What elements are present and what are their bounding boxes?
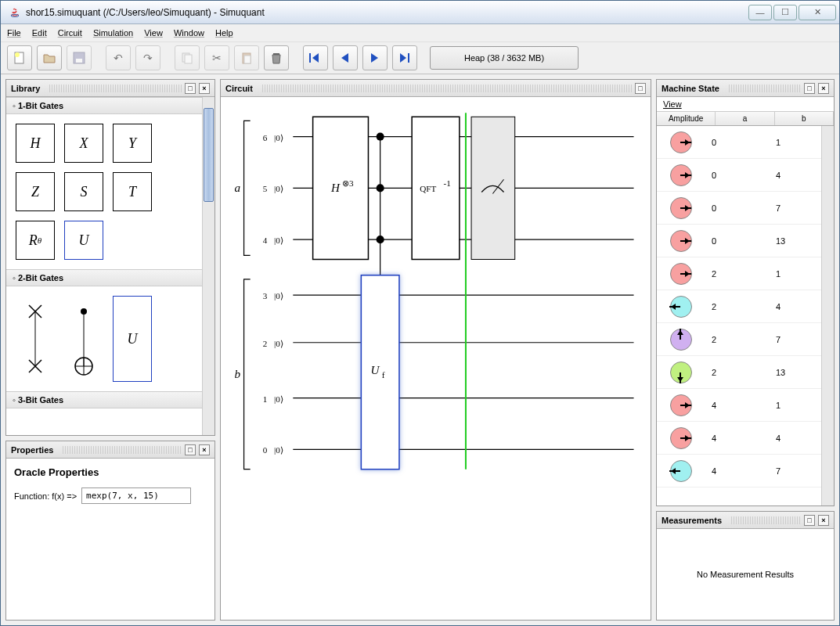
svg-text:|0⟩: |0⟩ bbox=[274, 445, 283, 455]
machine-title: Machine State bbox=[662, 84, 719, 93]
circuit-canvas[interactable]: a b 6|0⟩ 5|0⟩ 4|0⟩ 3|0⟩ 2|0⟩ 1|0⟩ 0|0⟩ H… bbox=[221, 97, 651, 620]
save-button[interactable] bbox=[67, 45, 92, 70]
menu-help[interactable]: Help bbox=[215, 28, 233, 38]
section-3bit[interactable]: ◦ 3-Bit Gates bbox=[6, 391, 202, 408]
machine-state-rows[interactable]: 010407013212427213414447 bbox=[657, 126, 834, 505]
col-amplitude[interactable]: Amplitude bbox=[657, 112, 716, 125]
menu-edit[interactable]: Edit bbox=[32, 28, 47, 38]
gate-cu[interactable]: U bbox=[113, 296, 152, 382]
heap-indicator[interactable]: Heap (38 / 3632 MB) bbox=[430, 46, 579, 70]
menu-window[interactable]: Window bbox=[174, 28, 204, 38]
paste-button[interactable] bbox=[234, 45, 259, 70]
svg-text:5: 5 bbox=[263, 184, 268, 193]
svg-point-47 bbox=[377, 236, 384, 243]
state-row[interactable]: 27 bbox=[657, 323, 834, 356]
state-row[interactable]: 07 bbox=[657, 192, 834, 225]
library-title: Library bbox=[11, 84, 40, 93]
state-row[interactable]: 213 bbox=[657, 356, 834, 389]
new-button[interactable] bbox=[7, 45, 32, 70]
menu-circuit[interactable]: Circuit bbox=[58, 28, 82, 38]
svg-text:|0⟩: |0⟩ bbox=[274, 339, 283, 348]
last-button[interactable] bbox=[392, 45, 417, 70]
svg-text:a: a bbox=[234, 181, 240, 194]
svg-text:H: H bbox=[330, 181, 341, 194]
redo-button[interactable]: ↷ bbox=[135, 45, 160, 70]
window-title: shor15.simuquant (/C:/Users/leo/Simuquan… bbox=[26, 7, 748, 18]
svg-point-14 bbox=[81, 308, 87, 315]
maximize-button[interactable]: ☐ bbox=[773, 5, 797, 20]
state-row[interactable]: 44 bbox=[657, 422, 834, 455]
state-row[interactable]: 47 bbox=[657, 455, 834, 487]
svg-text:U: U bbox=[371, 363, 380, 376]
close-button[interactable]: ✕ bbox=[799, 5, 836, 20]
gate-u[interactable]: U bbox=[64, 221, 103, 260]
svg-rect-8 bbox=[244, 56, 251, 63]
svg-rect-10 bbox=[309, 53, 311, 63]
props-max-icon[interactable]: □ bbox=[185, 444, 196, 455]
gate-s[interactable]: S bbox=[64, 172, 103, 211]
menu-view[interactable]: View bbox=[144, 28, 163, 38]
gate-r[interactable]: Rθ bbox=[16, 221, 55, 260]
gate-x[interactable]: X bbox=[64, 124, 103, 163]
machine-max-icon[interactable]: □ bbox=[804, 83, 815, 94]
meas-close-icon[interactable]: × bbox=[818, 515, 829, 526]
section-1bit[interactable]: ◦ 1-Bit Gates bbox=[6, 97, 202, 114]
props-heading: Oracle Properties bbox=[14, 466, 207, 478]
svg-text:f: f bbox=[382, 370, 385, 380]
state-row[interactable]: 01 bbox=[657, 126, 834, 159]
col-b[interactable]: b bbox=[775, 112, 834, 125]
state-row[interactable]: 21 bbox=[657, 257, 834, 290]
svg-text:6: 6 bbox=[263, 133, 268, 142]
props-close-icon[interactable]: × bbox=[199, 444, 210, 455]
svg-point-2 bbox=[15, 52, 20, 57]
library-scrollbar[interactable] bbox=[202, 97, 215, 435]
svg-text:|0⟩: |0⟩ bbox=[274, 291, 283, 300]
menubar: File Edit Circuit Simulation View Window… bbox=[1, 24, 839, 41]
next-button[interactable] bbox=[362, 45, 388, 70]
measurements-empty: No Measurement Results bbox=[657, 529, 834, 620]
menu-file[interactable]: File bbox=[7, 28, 21, 38]
gate-z[interactable]: Z bbox=[16, 172, 55, 211]
svg-text:0: 0 bbox=[263, 445, 268, 455]
gate-h[interactable]: H bbox=[16, 124, 55, 163]
machine-scrollbar[interactable] bbox=[821, 126, 834, 505]
state-row[interactable]: 013 bbox=[657, 225, 834, 257]
meas-max-icon[interactable]: □ bbox=[804, 515, 815, 526]
minimize-button[interactable]: — bbox=[748, 5, 772, 20]
gate-t[interactable]: T bbox=[113, 172, 152, 211]
state-row[interactable]: 24 bbox=[657, 290, 834, 323]
library-close-icon[interactable]: × bbox=[199, 83, 210, 94]
machine-close-icon[interactable]: × bbox=[818, 83, 829, 94]
svg-text:|0⟩: |0⟩ bbox=[274, 184, 283, 193]
circuit-title: Circuit bbox=[225, 84, 253, 93]
library-max-icon[interactable]: □ bbox=[185, 83, 196, 94]
section-2bit[interactable]: ◦ 2-Bit Gates bbox=[6, 269, 202, 286]
svg-rect-9 bbox=[273, 53, 279, 55]
properties-panel: Properties □ × Oracle Properties Functio… bbox=[5, 441, 215, 621]
circuit-panel: Circuit □ a b 6|0⟩ 5|0⟩ 4|0⟩ 3|0⟩ 2|0⟩ 1… bbox=[220, 79, 651, 621]
svg-rect-6 bbox=[185, 55, 192, 63]
delete-button[interactable] bbox=[264, 45, 289, 70]
svg-text:-1: -1 bbox=[444, 178, 451, 188]
gate-cnot[interactable] bbox=[64, 296, 103, 382]
open-button[interactable] bbox=[37, 45, 62, 70]
state-row[interactable]: 04 bbox=[657, 159, 834, 192]
circuit-max-icon[interactable]: □ bbox=[635, 83, 646, 94]
menu-simulation[interactable]: Simulation bbox=[93, 28, 133, 38]
col-a[interactable]: a bbox=[716, 112, 774, 125]
svg-rect-55 bbox=[471, 117, 515, 259]
state-row[interactable]: 41 bbox=[657, 389, 834, 422]
machine-view-menu[interactable]: View bbox=[657, 97, 834, 112]
gate-swap[interactable] bbox=[16, 296, 55, 382]
prev-button[interactable] bbox=[333, 45, 358, 70]
svg-rect-48 bbox=[361, 275, 399, 470]
gate-y[interactable]: Y bbox=[113, 124, 152, 163]
svg-text:2: 2 bbox=[263, 339, 268, 348]
svg-text:QFT: QFT bbox=[420, 184, 436, 193]
measurements-panel: Measurements □ × No Measurement Results bbox=[656, 511, 835, 621]
function-input[interactable] bbox=[81, 487, 191, 504]
undo-button[interactable]: ↶ bbox=[106, 45, 131, 70]
first-button[interactable] bbox=[303, 45, 328, 70]
copy-button[interactable] bbox=[175, 45, 200, 70]
cut-button[interactable]: ✂ bbox=[204, 45, 229, 70]
